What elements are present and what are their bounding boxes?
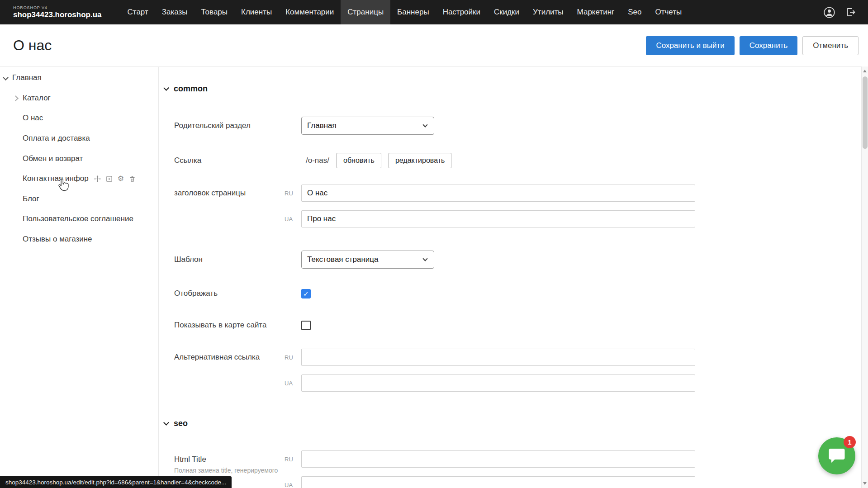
move-icon[interactable] — [94, 175, 101, 182]
link-edit-button[interactable]: редактировать — [389, 153, 451, 168]
lang-tag-ru: RU — [285, 456, 293, 463]
lang-tag-ua: UA — [285, 216, 293, 223]
display-checkbox[interactable]: ✓ — [301, 289, 311, 298]
section-common-label: common — [174, 84, 208, 94]
nav-item-seo[interactable]: Seo — [621, 0, 648, 24]
nav-item-utilities[interactable]: Утилиты — [526, 0, 570, 24]
chevron-down-icon — [3, 75, 9, 81]
alt-link-ru-input[interactable] — [301, 349, 695, 366]
html-title-ua-input[interactable] — [301, 476, 695, 488]
topbar-icons — [823, 6, 868, 19]
brand-version: HOROSHOP V4 — [13, 5, 102, 10]
chevron-down-icon — [422, 122, 427, 127]
logout-icon[interactable] — [845, 7, 856, 18]
html-title-label: Html Title — [174, 455, 301, 464]
chevron-down-icon — [163, 420, 169, 426]
link-url: /o-nas/ — [306, 156, 329, 165]
nav-item-reports[interactable]: Отчеты — [648, 0, 688, 24]
check-icon: ✓ — [303, 290, 309, 298]
nav-item-clients[interactable]: Клиенты — [234, 0, 279, 24]
template-label: Шаблон — [174, 251, 301, 269]
parent-section-value: Главная — [307, 121, 337, 130]
section-common[interactable]: common — [164, 84, 208, 94]
gear-icon[interactable]: ⚙ — [118, 175, 124, 182]
nav-item-marketing[interactable]: Маркетинг — [570, 0, 621, 24]
nav-item-start[interactable]: Старт — [121, 0, 155, 24]
cancel-button[interactable]: Отменить — [802, 36, 859, 55]
chat-unread-badge: 1 — [844, 436, 856, 448]
section-seo-label: seo — [174, 419, 188, 428]
display-row: Отображать ✓ — [174, 289, 843, 298]
nav-item-discounts[interactable]: Скидки — [487, 0, 526, 24]
link-label: Ссылка — [174, 153, 301, 168]
nav-item-orders[interactable]: Заказы — [155, 0, 194, 24]
tree-item-store-reviews[interactable]: Отзывы о магазине — [0, 229, 158, 250]
template-value: Текстовая страница — [307, 255, 379, 264]
tree-item-label: Пользовательское соглашение — [23, 214, 133, 223]
nav-item-banners[interactable]: Баннеры — [390, 0, 436, 24]
chevron-right-icon — [13, 95, 19, 101]
status-url-tooltip: shop34423.horoshop.ua/edit/edit.php?id=6… — [0, 476, 232, 488]
tree-item-user-agreement[interactable]: Пользовательское соглашение — [0, 209, 158, 229]
nav-item-settings[interactable]: Настройки — [436, 0, 487, 24]
tree-item-about[interactable]: О нас — [0, 108, 158, 128]
tree-item-contact-info[interactable]: Контактная инфор ⚙ — [0, 169, 158, 189]
alt-link-row: Альтернативная ссылка RU UA — [174, 349, 843, 392]
sitemap-label: Показывать в карте сайта — [174, 320, 301, 330]
tree-item-label: Главная — [12, 73, 42, 82]
lang-tag-ru: RU — [285, 354, 293, 361]
brand[interactable]: HOROSHOP V4 shop34423.horoshop.ua — [0, 5, 102, 19]
template-row: Шаблон Текстовая страница — [174, 251, 843, 269]
add-subpage-icon[interactable] — [106, 175, 113, 182]
template-select[interactable]: Текстовая страница — [301, 251, 434, 269]
scroll-down-arrow[interactable] — [862, 480, 868, 487]
nav-item-comments[interactable]: Комментарии — [279, 0, 341, 24]
display-label: Отображать — [174, 289, 301, 298]
lang-tag-ua: UA — [285, 482, 293, 488]
tree-item-blog[interactable]: Блог — [0, 189, 158, 209]
tree-item-payment-delivery[interactable]: Оплата и доставка — [0, 128, 158, 149]
tree-item-label: Отзывы о магазине — [23, 235, 92, 244]
chevron-down-icon — [163, 85, 169, 91]
page-title-ru-input[interactable] — [301, 185, 695, 202]
tree-item-exchange-return[interactable]: Обмен и возврат — [0, 148, 158, 169]
top-nav: Старт Заказы Товары Клиенты Комментарии … — [121, 0, 689, 24]
html-title-row: Html Title Полная замена title, генериру… — [174, 450, 843, 488]
chevron-down-icon — [422, 256, 427, 261]
content: Главная Каталог О нас Оплата и доставка … — [0, 66, 868, 488]
trash-icon[interactable] — [129, 175, 136, 182]
tree-item-label: Контактная инфор — [23, 174, 89, 183]
page-title-ua-input[interactable] — [301, 210, 695, 227]
sitemap-row: Показывать в карте сайта — [174, 320, 843, 330]
tree-item-label: Блог — [23, 194, 39, 204]
tree-item-actions: ⚙ — [94, 175, 136, 182]
nav-item-products[interactable]: Товары — [194, 0, 234, 24]
save-and-exit-button[interactable]: Сохранить и выйти — [646, 36, 734, 55]
pages-tree: Главная Каталог О нас Оплата и доставка … — [0, 67, 158, 249]
tree-item-catalog[interactable]: Каталог — [0, 88, 158, 109]
scroll-up-arrow[interactable] — [862, 67, 868, 75]
tree-item-label: Обмен и возврат — [23, 154, 83, 163]
pages-sidebar: Главная Каталог О нас Оплата и доставка … — [0, 67, 159, 488]
tree-item-home[interactable]: Главная — [0, 68, 158, 88]
parent-section-select[interactable]: Главная — [301, 117, 434, 135]
nav-item-pages[interactable]: Страницы — [341, 0, 390, 24]
account-icon[interactable] — [823, 6, 835, 19]
html-title-ru-input[interactable] — [301, 450, 695, 468]
sitemap-checkbox[interactable] — [301, 321, 311, 330]
save-button[interactable]: Сохранить — [740, 36, 797, 55]
page-edit-form: common Родительский раздел Главная Ссылк… — [159, 67, 861, 488]
tree-item-label: О нас — [23, 114, 43, 123]
scrollbar-thumb[interactable] — [863, 76, 868, 149]
alt-link-ua-input[interactable] — [301, 374, 695, 392]
chat-icon — [828, 448, 845, 464]
tree-item-label: Каталог — [23, 94, 51, 103]
brand-domain: shop34423.horoshop.ua — [13, 10, 102, 19]
parent-section-label: Родительский раздел — [174, 117, 301, 135]
link-update-button[interactable]: обновить — [337, 153, 381, 168]
section-seo[interactable]: seo — [164, 419, 188, 428]
chat-launcher[interactable]: 1 — [818, 437, 855, 474]
alt-link-label: Альтернативная ссылка — [174, 349, 301, 362]
page-title: О нас — [13, 37, 52, 54]
vertical-scrollbar — [861, 66, 868, 488]
